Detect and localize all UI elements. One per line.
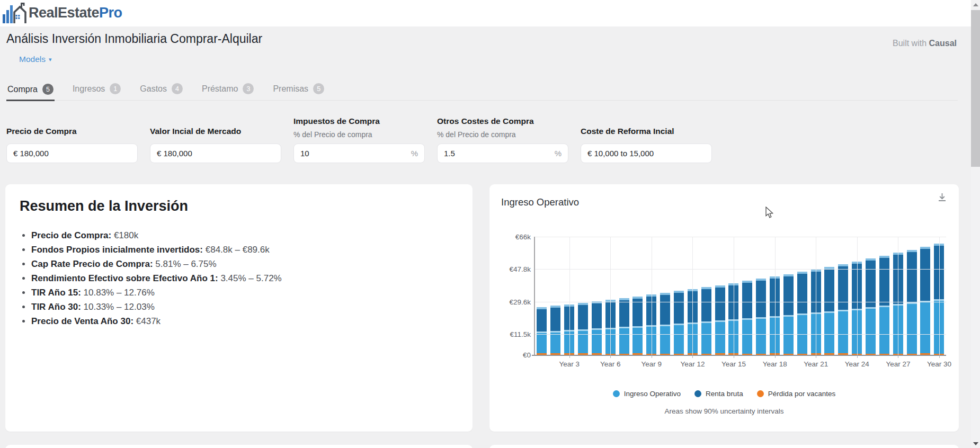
legend-item[interactable]: Renta bruta [694, 390, 743, 398]
stacked-bar-year-1[interactable] [537, 307, 547, 355]
segment-perdida-por-vacantes [592, 353, 602, 355]
field-otros-costes-de-compra: Otros Costes de Compra % del Precio de c… [437, 115, 568, 163]
download-icon[interactable] [937, 192, 947, 204]
legend-label: Ingreso Operativo [624, 390, 681, 398]
segment-ingreso-operativo [632, 328, 643, 354]
gridline-vertical [610, 237, 611, 355]
bar-slot-year-1 [535, 237, 549, 355]
app-window: RealEstatePro Análisis Inversión Inmobil… [0, 0, 980, 448]
built-with-causal[interactable]: Built with Causal [893, 39, 957, 48]
scroll-down-button[interactable] [971, 439, 980, 448]
legend-dot-icon [613, 390, 620, 397]
impuestos-input[interactable]: 10% [293, 144, 425, 163]
bar-slot-year-28 [905, 237, 919, 355]
segment-perdida-por-vacantes [674, 354, 684, 355]
segment-perdida-por-vacantes [920, 353, 930, 355]
stacked-bar-year-2[interactable] [550, 306, 560, 355]
x-tick-mark [857, 355, 858, 358]
x-tick-mark [652, 355, 652, 358]
stacked-bar-year-5[interactable] [592, 301, 602, 355]
stacked-bar-year-29[interactable] [920, 247, 930, 355]
segment-perdida-por-vacantes [838, 353, 848, 355]
gridline-vertical [939, 237, 940, 355]
segment-renta-bruta [866, 261, 876, 307]
stacked-bar-year-23[interactable] [838, 264, 848, 355]
stacked-bar-year-11[interactable] [674, 291, 684, 355]
gridline-vertical [775, 237, 776, 355]
segment-ingreso-operativo [838, 311, 848, 353]
segment-perdida-por-vacantes [578, 353, 588, 355]
stacked-bar-year-7[interactable] [619, 298, 629, 355]
stacked-bar-year-17[interactable] [756, 279, 766, 355]
tab-gastos[interactable]: Gastos 4 [139, 82, 184, 100]
stacked-bar-year-22[interactable] [824, 267, 834, 355]
segment-ingreso-operativo [715, 322, 725, 353]
valor-inicial-input[interactable]: € 180,000 [150, 144, 281, 163]
bar-slot-year-29 [919, 237, 932, 355]
segment-ingreso-operativo [756, 319, 766, 353]
segment-perdida-por-vacantes [907, 354, 917, 355]
segment-perdida-por-vacantes [632, 353, 643, 355]
segment-renta-bruta [592, 303, 602, 328]
segment-perdida-por-vacantes [537, 353, 547, 355]
stacked-bar-year-25[interactable] [866, 258, 876, 355]
field-label: Impuestos de Compra [293, 117, 425, 126]
field-label: Precio de Compra [6, 127, 138, 136]
segment-ingreso-operativo [879, 307, 889, 353]
segment-renta-bruta [632, 299, 643, 326]
scroll-up-button[interactable] [971, 0, 980, 9]
field-sublabel: % del Precio de compra [293, 130, 425, 139]
bar-slot-year-25 [864, 237, 878, 355]
y-tick-label: €11.5k [510, 330, 531, 338]
stacked-bar-year-26[interactable] [879, 256, 889, 355]
segment-renta-bruta [660, 295, 670, 324]
precio-de-compra-input[interactable]: € 180,000 [6, 144, 138, 163]
stacked-bar-year-14[interactable] [715, 285, 725, 355]
tab-bar: Compra 5 Ingresos 1 Gastos 4 Préstamo 3 … [6, 82, 958, 101]
coste-reforma-input[interactable]: € 10,000 to 15,000 [581, 144, 712, 163]
bar-slot-year-8 [631, 237, 645, 355]
stacked-bar-year-13[interactable] [701, 287, 711, 355]
stacked-bar-year-8[interactable] [632, 297, 643, 355]
summary-item: Rendimiento Efectivo sobre Efectivo Año … [31, 271, 473, 285]
stacked-bar-year-20[interactable] [797, 272, 807, 355]
otros-costes-input[interactable]: 1.5% [437, 144, 568, 163]
stacked-bar-year-4[interactable] [578, 303, 588, 355]
field-coste-de-reforma: Coste de Reforma Incial € 10,000 to 15,0… [581, 115, 712, 163]
segment-ingreso-operativo [824, 313, 834, 354]
bar-slot-year-22 [823, 237, 836, 355]
chevron-down-icon: ▾ [49, 56, 52, 63]
stacked-bar-year-19[interactable] [783, 274, 794, 355]
bar-slot-year-17 [754, 237, 768, 355]
vertical-scrollbar[interactable] [971, 0, 980, 448]
segment-ingreso-operativo [537, 333, 547, 353]
bar-slot-year-14 [713, 237, 727, 355]
segment-ingreso-operativo [674, 325, 684, 354]
segment-renta-bruta [550, 308, 560, 330]
bar-slot-year-20 [795, 237, 809, 355]
tab-compra[interactable]: Compra 5 [6, 83, 55, 101]
gridline-horizontal [535, 302, 946, 302]
tab-count-badge: 1 [110, 83, 121, 94]
chart-x-axis-labels: Year 3Year 6Year 9Year 12Year 15Year 18Y… [535, 360, 946, 371]
tab-premisas[interactable]: Premisas 5 [272, 82, 325, 100]
bar-slot-year-10 [658, 237, 672, 355]
segment-ingreso-operativo [742, 320, 752, 353]
segment-perdida-por-vacantes [660, 354, 670, 355]
tab-ingresos[interactable]: Ingresos 1 [72, 82, 122, 100]
x-tick-label: Year 9 [642, 360, 662, 368]
models-dropdown[interactable]: Models ▾ [19, 55, 52, 64]
bar-slot-year-4 [576, 237, 590, 355]
scrollbar-thumb[interactable] [971, 10, 980, 167]
segment-ingreso-operativo [701, 323, 711, 353]
x-tick-mark [775, 355, 776, 358]
arrow-down-icon [973, 442, 978, 445]
legend-item[interactable]: Pérdida por vacantes [757, 390, 836, 398]
stacked-bar-year-16[interactable] [742, 281, 752, 355]
page-title: Análisis Inversión Inmobiliaria Comprar-… [6, 32, 262, 46]
x-tick-mark [816, 355, 816, 358]
summary-title: Resumen de la Inversión [20, 198, 473, 214]
summary-card: Resumen de la Inversión Precio de Compra… [5, 184, 473, 432]
tab-prestamo[interactable]: Préstamo 3 [201, 82, 255, 100]
legend-item[interactable]: Ingreso Operativo [613, 390, 681, 398]
